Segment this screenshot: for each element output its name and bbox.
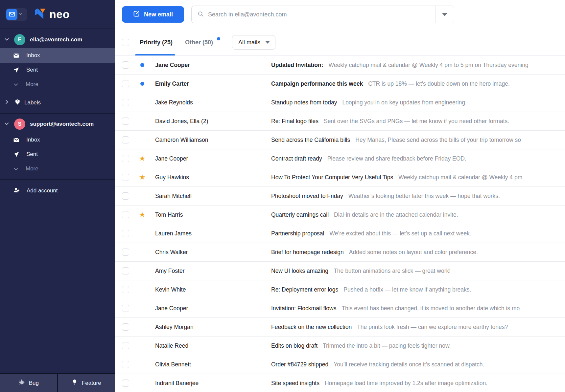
sidebar-item-more[interactable]: More [0, 77, 115, 92]
email-checkbox[interactable] [122, 286, 129, 293]
email-row[interactable]: Olivia Bennett Order #84729 shipped You’… [115, 355, 565, 374]
sidebar-item-more-support[interactable]: More [0, 162, 115, 176]
email-sender: Kevin White [155, 286, 271, 293]
email-subject: How To Protect Your Computer Very Useful… [271, 174, 393, 181]
unread-dot-icon [140, 63, 144, 67]
email-content: Brief for homepage redesign Added some n… [271, 249, 565, 256]
email-sender: Sarah Mitchell [155, 193, 271, 200]
email-row[interactable]: Ashley Morgan Feedback on the new collec… [115, 318, 565, 337]
mailbox-switcher-button[interactable] [6, 8, 27, 21]
email-checkbox[interactable] [122, 361, 129, 368]
search-options-button[interactable] [435, 6, 454, 23]
email-checkbox[interactable] [122, 99, 129, 106]
report-bug-button[interactable]: Bug [0, 374, 57, 392]
tab-other[interactable]: Other (50) [185, 29, 220, 55]
star-icon[interactable]: ★ [139, 155, 146, 162]
sidebar-item-label: Sent [26, 67, 38, 73]
chevron-down-icon[interactable] [4, 121, 10, 128]
email-preview: Weekly catchup mail & calendar @ Weekly … [398, 174, 522, 181]
search-input[interactable] [208, 11, 435, 18]
account-row-ella[interactable]: E ella@avontech.com [0, 31, 115, 48]
email-sender: Lauren James [155, 230, 271, 237]
email-row[interactable]: David Jones, Ella (2) Re: Final logo fil… [115, 112, 565, 131]
email-sender: Tom Harris [155, 211, 271, 218]
email-checkbox[interactable] [122, 136, 129, 143]
email-preview: The prints look fresh — can we explore m… [357, 324, 508, 331]
email-content: Invitation: Flockmail flows This event h… [271, 305, 565, 312]
sidebar-item-sent[interactable]: Sent [0, 63, 115, 77]
send-icon [13, 151, 19, 158]
topbar: New email [115, 0, 565, 29]
request-feature-button[interactable]: Feature [57, 374, 115, 392]
email-row[interactable]: Emily Carter Campaign performance this w… [115, 75, 565, 93]
email-content: Contract draft ready Please review and s… [271, 155, 565, 162]
email-subject: Send across the California bills [271, 137, 350, 143]
sidebar-item-sent-support[interactable]: Sent [0, 147, 115, 162]
email-row[interactable]: Amy Foster New UI looks amazing The butt… [115, 262, 565, 280]
email-sender: Cameron Williamson [155, 137, 271, 143]
tab-priority[interactable]: Priority (25) [140, 29, 173, 55]
email-row[interactable]: Natalie Reed Edits on blog draft Trimmed… [115, 337, 565, 355]
sidebar-item-inbox-support[interactable]: Inbox [0, 133, 115, 147]
email-row[interactable]: Chris Walker Brief for homepage redesign… [115, 243, 565, 262]
email-checkbox[interactable] [122, 305, 129, 312]
email-checkbox[interactable] [122, 192, 129, 200]
email-checkbox[interactable] [122, 211, 129, 218]
email-sender: Ashley Morgan [155, 324, 271, 331]
account-row-support[interactable]: S support@avontech.com [0, 116, 115, 133]
email-row[interactable]: Sarah Mitchell Photoshoot moved to Frida… [115, 187, 565, 206]
add-account-button[interactable]: Add account [0, 182, 115, 200]
email-content: Partnership proposal We’re excited about… [271, 230, 565, 237]
email-subject: Re: Deployment error logs [271, 286, 338, 293]
email-preview: Added some notes on layout and color pre… [349, 249, 478, 256]
email-content: Site speed insights Homepage load time i… [271, 380, 565, 387]
email-checkbox[interactable] [122, 267, 129, 274]
email-preview: Dial-in details are in the attached cale… [334, 211, 458, 218]
email-checkbox[interactable] [122, 174, 129, 181]
email-row[interactable]: Jane Cooper Updated Invitation: Weekly c… [115, 56, 565, 75]
email-checkbox[interactable] [122, 323, 129, 331]
email-preview: Pushed a hotfix — let me know if anythin… [343, 286, 471, 293]
email-row[interactable]: Cameron Williamson Send across the Calif… [115, 131, 565, 149]
new-email-button[interactable]: New email [122, 6, 184, 23]
email-row[interactable]: Kevin White Re: Deployment error logs Pu… [115, 280, 565, 299]
email-checkbox[interactable] [122, 249, 129, 256]
email-checkbox[interactable] [122, 61, 129, 69]
star-icon[interactable]: ★ [139, 211, 146, 218]
email-row[interactable]: Jake Reynolds Standup notes from today L… [115, 93, 565, 112]
email-subject: Updated Invitation: [271, 62, 323, 69]
row-indicator: ★ [129, 211, 155, 218]
email-checkbox[interactable] [122, 380, 129, 387]
chevron-down-icon [18, 11, 23, 17]
email-content: Campaign performance this week CTR is up… [271, 80, 565, 87]
star-icon[interactable]: ★ [139, 174, 146, 181]
email-checkbox[interactable] [122, 118, 129, 125]
select-all-checkbox[interactable] [122, 39, 129, 46]
email-checkbox[interactable] [122, 155, 129, 162]
mail-app-icon [6, 9, 17, 20]
chevron-right-icon[interactable] [4, 99, 10, 106]
email-content: How To Protect Your Computer Very Useful… [271, 174, 565, 181]
email-row[interactable]: Indranil Banerjee Site speed insights Ho… [115, 374, 565, 392]
unread-dot-icon [140, 82, 144, 86]
email-checkbox[interactable] [122, 342, 129, 349]
search-bar [191, 6, 454, 23]
email-checkbox[interactable] [122, 230, 129, 237]
sidebar-item-inbox[interactable]: Inbox [0, 48, 115, 63]
chevron-down-icon[interactable] [4, 36, 10, 43]
sidebar-item-labels[interactable]: Labels [0, 96, 115, 110]
email-sender: Amy Foster [155, 268, 271, 274]
sidebar: neo E ella@avontech.com Inbox Sent More [0, 0, 115, 392]
search-field[interactable] [192, 6, 435, 23]
email-row[interactable]: ★ Guy Hawkins How To Protect Your Comput… [115, 168, 565, 187]
email-row[interactable]: ★ Jane Cooper Contract draft ready Pleas… [115, 149, 565, 168]
email-content: Photoshoot moved to Friday Weather’s loo… [271, 193, 565, 200]
email-row[interactable]: ★ Tom Harris Quarterly earnings call Dia… [115, 206, 565, 224]
compose-icon [133, 10, 140, 19]
email-sender: Indranil Banerjee [155, 380, 271, 387]
all-mails-dropdown[interactable]: All mails [232, 35, 275, 50]
email-checkbox[interactable] [122, 80, 129, 87]
add-account-label: Add account [27, 187, 58, 194]
email-row[interactable]: Lauren James Partnership proposal We’re … [115, 224, 565, 243]
email-row[interactable]: Jane Cooper Invitation: Flockmail flows … [115, 299, 565, 318]
